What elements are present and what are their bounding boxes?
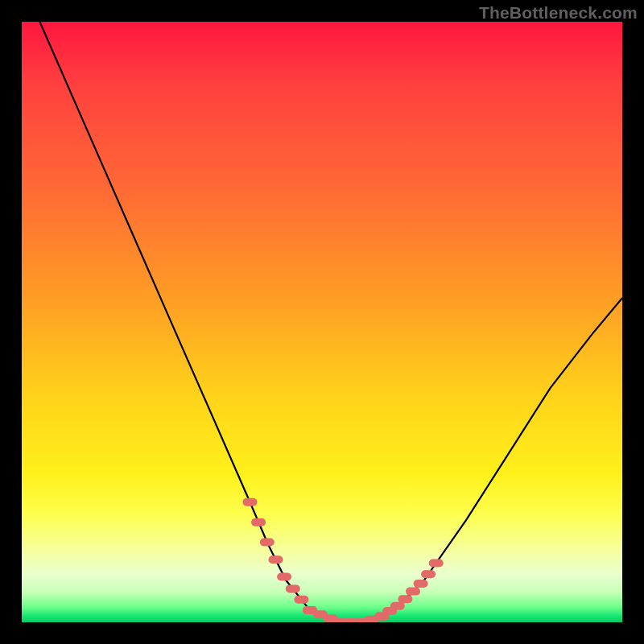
highlight-marker <box>421 570 436 578</box>
highlight-marker <box>406 588 420 596</box>
highlight-marker <box>286 584 300 592</box>
highlight-marker <box>294 596 308 604</box>
plot-area <box>22 22 622 622</box>
highlight-marker <box>269 555 283 564</box>
chart-frame: TheBottleneck.com <box>0 0 644 644</box>
bottleneck-curve <box>39 22 622 622</box>
highlight-marker <box>398 595 412 603</box>
watermark-text: TheBottleneck.com <box>479 3 638 23</box>
highlight-marker <box>414 580 428 588</box>
highlight-marker <box>429 559 444 568</box>
highlight-marker <box>390 602 405 610</box>
highlight-markers <box>243 498 444 622</box>
curve-svg <box>22 22 622 622</box>
highlight-marker <box>260 539 275 547</box>
highlight-marker <box>251 518 266 526</box>
highlight-marker <box>243 498 258 506</box>
highlight-marker <box>277 573 291 581</box>
